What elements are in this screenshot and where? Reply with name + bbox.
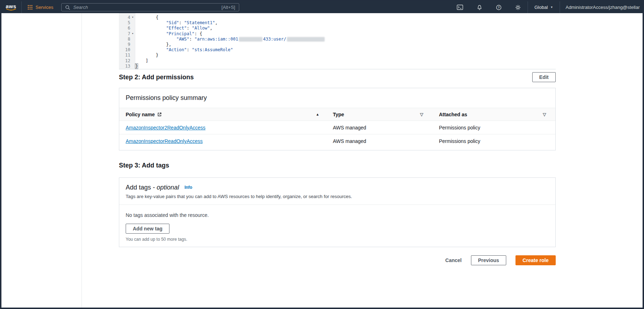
line-number: 6 [119,26,135,31]
code-text [135,37,177,42]
tags-title-optional: optional [157,184,179,191]
aws-console-window: aws Services Search [Alt+S] ? [0,0,644,309]
json-key: "Principal" [166,31,194,36]
code-line: 9 }, [119,42,556,47]
cloudshell-button[interactable] [450,1,470,13]
left-panel-divider [82,13,82,308]
policy-table-header: Policy name ▲ Type ▽ Attached as ▽ [119,108,555,121]
json-string: "Statement1" [184,20,215,25]
json-key: "Effect" [166,26,187,31]
fold-arrow-icon[interactable]: ▾ [132,15,135,20]
line-number: 11 [119,53,135,58]
search-placeholder: Search [73,5,88,10]
code-text: { [135,15,158,20]
fold-arrow-icon[interactable]: ▾ [132,31,135,36]
create-role-button[interactable]: Create role [515,255,556,265]
code-line: 5 "Sid": "Statement1", [119,20,556,26]
json-key: "AWS" [177,37,189,42]
column-type[interactable]: Type ▽ [326,112,433,117]
json-key: "Action" [166,47,187,52]
wizard-footer: Cancel Previous Create role [119,255,556,265]
add-new-tag-button[interactable]: Add new tag [126,224,169,234]
step3-title: Step 3: Add tags [119,162,169,169]
matched-bracket: } [135,64,138,69]
code-text: : [187,47,192,52]
search-input[interactable]: Search [Alt+S] [61,3,239,11]
services-label: Services [36,5,53,10]
help-button[interactable]: ? [489,1,508,13]
column-label: Policy name [126,112,155,117]
settings-button[interactable] [508,1,528,13]
add-tags-card: Add tags - optional Info Tags are key-va… [119,177,556,247]
step3-header-row: Step 3: Add tags [119,162,556,169]
line-number: 12 [119,58,135,64]
no-tags-message: No tags associated with the resource. [119,205,555,218]
code-line: 8 "AWS": "arn:aws:iam::001433:user/ [119,37,556,42]
sort-ascending-icon[interactable]: ▲ [316,112,319,116]
code-text: : [187,26,192,31]
code-lines: 4▾ { 5 "Sid": "Statement1", 6 "Effect": … [119,13,556,69]
chevron-down-icon: ▼ [550,6,553,9]
policy-attached-as: Permissions policy [433,125,555,130]
policy-link[interactable]: AmazonInspector2ReadOnlyAccess [126,125,205,130]
region-selector[interactable]: Global ▼ [528,1,560,13]
account-menu[interactable]: AdministratorAccess/jzhang@stellar [560,5,643,10]
info-link[interactable]: Info [184,185,192,190]
services-menu[interactable]: Services [22,1,59,13]
svg-text:?: ? [498,6,500,9]
line-number: 8 [119,37,135,42]
filter-dropdown-icon[interactable]: ▽ [420,112,423,117]
code-text [135,20,166,25]
policy-type: AWS managed [326,125,433,130]
aws-logo-text: aws [6,4,16,9]
previous-button[interactable]: Previous [471,255,506,265]
cancel-button[interactable]: Cancel [445,257,462,263]
redacted-account-id [239,37,262,42]
notifications-button[interactable] [470,1,489,13]
external-link-icon [157,112,162,117]
line-number: 9 [119,42,135,47]
filter-dropdown-icon[interactable]: ▽ [543,112,546,117]
code-line: 12 ] [119,58,556,64]
policy-type: AWS managed [326,138,433,144]
gear-icon [515,5,521,10]
code-text [135,31,166,36]
tags-limit-text: You can add up to 50 more tags. [119,234,555,242]
help-icon: ? [496,5,502,10]
json-key: "Sid" [166,20,179,25]
tags-description: Tags are key-value pairs that you can ad… [119,191,555,199]
tags-title-text: Add tags [126,184,151,191]
code-line: 10 "Action": "sts:AssumeRole" [119,47,556,53]
aws-logo[interactable]: aws [6,4,16,11]
json-string: "sts:AssumeRole" [192,47,233,52]
column-attached-as[interactable]: Attached as ▽ [433,112,555,117]
code-text: : [194,31,199,36]
policy-attached-as: Permissions policy [433,138,555,144]
code-text: }, [135,42,171,47]
tags-title-dash: - [151,184,157,191]
permissions-summary-card: Permissions policy summary Policy name ▲… [119,88,556,150]
code-text [135,47,166,52]
code-text: } [135,53,158,58]
bell-icon [477,5,482,10]
region-label: Global [534,5,548,10]
cloudshell-terminal-icon [457,5,463,10]
code-text: ] [135,58,148,63]
tags-card-title: Add tags - optional Info [119,178,555,191]
column-policy-name[interactable]: Policy name ▲ [119,112,326,117]
json-string: 433:user/ [263,37,286,42]
code-line: 6 "Effect": "Allow", [119,26,556,31]
aws-smile-icon [6,9,16,11]
edit-permissions-button[interactable]: Edit [532,72,556,82]
column-label: Type [333,112,344,117]
line-number: 5 [119,20,135,26]
code-text: : [189,37,194,42]
code-line: 7▾ "Principal": { [119,31,556,37]
trust-policy-editor[interactable]: 4▾ { 5 "Sid": "Statement1", 6 "Effect": … [119,13,556,69]
code-text: , [210,26,213,31]
column-label: Attached as [439,112,467,117]
policy-link[interactable]: AmazonInspectorReadOnlyAccess [126,138,203,144]
permissions-card-title: Permissions policy summary [119,88,555,108]
code-text: : [179,20,184,25]
code-text: { [200,31,202,36]
